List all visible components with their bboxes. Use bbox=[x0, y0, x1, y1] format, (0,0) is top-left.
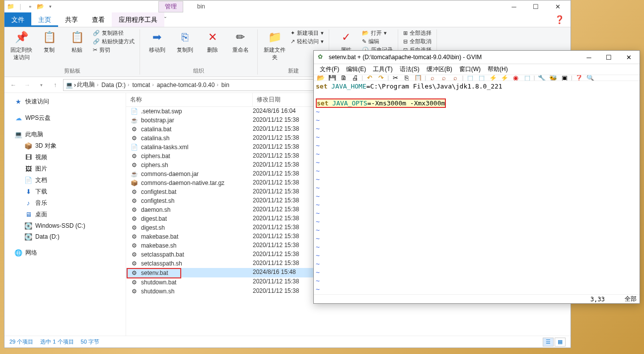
help-icon[interactable]: ❓ bbox=[555, 12, 565, 27]
crumb[interactable]: apache-tomcat-9.0.40› bbox=[157, 82, 220, 88]
ribbon-collapse-icon[interactable]: ˇ bbox=[164, 12, 166, 27]
rename-button[interactable]: ✏重命名 bbox=[228, 29, 252, 54]
menu-buffers[interactable]: 缓冲区(B) bbox=[424, 64, 455, 75]
minimize-button[interactable]: ─ bbox=[503, 0, 525, 12]
crumb[interactable]: 此电脑› bbox=[77, 81, 100, 89]
copypath-button[interactable]: 🔗复制路径 bbox=[93, 29, 135, 37]
qat-folder-icon[interactable]: 📂 bbox=[36, 2, 44, 10]
saveall-icon[interactable]: 🗎 bbox=[339, 75, 349, 81]
nav-dl[interactable]: ⬇下载 bbox=[4, 186, 126, 197]
qat-props-icon[interactable]: ▫ bbox=[26, 2, 34, 10]
tab-home[interactable]: 主页 bbox=[31, 12, 58, 27]
delete-button[interactable]: ✕删除 bbox=[201, 29, 224, 54]
selectall-button[interactable]: ⊞全部选择 bbox=[403, 29, 431, 37]
selectnone-button[interactable]: ⊟全部取消 bbox=[403, 38, 431, 45]
crumb[interactable]: tomcat› bbox=[132, 82, 155, 88]
nav-d[interactable]: 💽Data (D:) bbox=[4, 231, 126, 242]
findprev-icon[interactable]: ⌕ bbox=[450, 75, 460, 81]
session-icon[interactable]: ⬚ bbox=[465, 75, 475, 81]
open-button[interactable]: 📂打开 ▾ bbox=[362, 29, 393, 37]
open-icon[interactable]: 📂 bbox=[316, 75, 326, 81]
newitem-button[interactable]: ✦新建项目 ▾ bbox=[290, 29, 324, 37]
file-tab[interactable]: 文件 bbox=[4, 12, 31, 27]
nav-pc[interactable]: 💻此电脑 bbox=[4, 129, 126, 140]
file-icon: ⚙ bbox=[130, 233, 138, 241]
easyaccess-button[interactable]: ↗轻松访问 ▾ bbox=[290, 38, 324, 45]
edit-button[interactable]: ✎编辑 bbox=[362, 38, 393, 45]
menu-help[interactable]: 帮助(H) bbox=[485, 64, 511, 75]
up-button[interactable]: ↑ bbox=[49, 79, 61, 91]
redo-icon[interactable]: ↷ bbox=[376, 75, 386, 81]
menu-tools[interactable]: 工具(T) bbox=[370, 64, 395, 75]
save-icon[interactable]: 💾 bbox=[327, 75, 337, 81]
tab-share[interactable]: 共享 bbox=[58, 12, 85, 27]
col-name[interactable]: 名称 bbox=[126, 93, 253, 106]
maximize-button[interactable]: ☐ bbox=[525, 0, 547, 12]
diff-icon[interactable]: ▣ bbox=[560, 75, 570, 81]
nav-3d[interactable]: 📦3D 对象 bbox=[4, 140, 126, 152]
shell-icon[interactable]: ◉ bbox=[511, 75, 521, 81]
file-icon: ⚙ bbox=[130, 287, 138, 295]
nav-desktop[interactable]: 🖥桌面 bbox=[4, 209, 126, 220]
file-date: 2020/11/12 15:38 bbox=[253, 206, 320, 214]
pc-icon: 💻 bbox=[66, 82, 73, 88]
search-icon[interactable]: 🔍 bbox=[585, 75, 595, 81]
context-tab[interactable]: 管理 bbox=[158, 1, 183, 12]
nav-net[interactable]: 🌐网络 bbox=[4, 247, 126, 259]
help2-icon[interactable]: ❓ bbox=[574, 75, 584, 81]
nav-music[interactable]: ♪音乐 bbox=[4, 197, 126, 209]
tab-apptools[interactable]: 应用程序工具 bbox=[112, 12, 164, 27]
menu-window[interactable]: 窗口(W) bbox=[456, 64, 484, 75]
col-date[interactable]: 修改日期 bbox=[253, 93, 320, 106]
copy-button[interactable]: 📋复制 bbox=[37, 29, 61, 54]
gvim-editor[interactable]: set JAVA_HOME=C:\Program Files\Java\jdk1… bbox=[314, 81, 640, 294]
nav-quick[interactable]: ★快速访问 bbox=[4, 96, 126, 107]
paste-button[interactable]: 📋粘贴 bbox=[65, 29, 89, 54]
bee-icon[interactable]: 🐝 bbox=[548, 75, 558, 81]
newfolder-button[interactable]: 📁新建文件夹 bbox=[263, 29, 286, 61]
gvim-close-button[interactable]: ✕ bbox=[619, 51, 639, 64]
back-button[interactable]: ← bbox=[7, 79, 19, 91]
replace-icon[interactable]: ⌕ bbox=[428, 75, 437, 81]
icons-view-button[interactable]: ▦ bbox=[555, 338, 566, 347]
qat-dropdown-icon[interactable]: ▾ bbox=[46, 2, 54, 10]
copyto-button[interactable]: ⎘复制到 bbox=[173, 29, 197, 54]
cut-icon[interactable]: ✂ bbox=[390, 75, 400, 81]
script-icon[interactable]: ⚡ bbox=[488, 75, 498, 81]
paste-icon[interactable]: 📋 bbox=[413, 75, 423, 81]
moveto-button[interactable]: ➡移动到 bbox=[145, 29, 169, 54]
menu-syntax[interactable]: 语法(S) bbox=[397, 64, 423, 75]
cut-button[interactable]: ✂剪切 bbox=[93, 46, 135, 54]
ctags-icon[interactable]: ⬚ bbox=[522, 75, 532, 81]
forward-button[interactable]: → bbox=[21, 79, 33, 91]
print-icon[interactable]: 🖨 bbox=[350, 75, 360, 81]
tagjump-icon[interactable]: 🔧 bbox=[537, 75, 547, 81]
pin-button[interactable]: 📌固定到快速访问 bbox=[9, 29, 33, 61]
nav-wps[interactable]: ☁WPS云盘 bbox=[4, 112, 126, 124]
tilde: ~ bbox=[316, 116, 638, 124]
file-name: catalina.sh bbox=[141, 135, 169, 142]
undo-icon[interactable]: ↶ bbox=[364, 75, 374, 81]
details-view-button[interactable]: ☰ bbox=[543, 338, 554, 347]
menu-edit[interactable]: 编辑(E) bbox=[343, 64, 369, 75]
file-icon: 📄 bbox=[130, 107, 138, 115]
loadsess-icon[interactable]: ⬚ bbox=[477, 75, 487, 81]
close-button[interactable]: ✕ bbox=[547, 0, 569, 12]
copy-icon[interactable]: ⎘ bbox=[402, 75, 412, 81]
pasteshort-button[interactable]: 🔗粘贴快捷方式 bbox=[93, 38, 135, 45]
nav-pic[interactable]: 🖼图片 bbox=[4, 163, 126, 175]
menu-file[interactable]: 文件(F) bbox=[317, 64, 342, 75]
recent-button[interactable]: ▾ bbox=[35, 79, 47, 91]
make-icon[interactable]: ⚡ bbox=[500, 75, 509, 81]
nav-c[interactable]: 💽Windows-SSD (C:) bbox=[4, 220, 126, 231]
crumb[interactable]: Data (D:)› bbox=[101, 82, 131, 88]
gvim-maximize-button[interactable]: ☐ bbox=[599, 51, 619, 64]
crumb[interactable]: bin bbox=[221, 82, 229, 88]
nav-doc[interactable]: 📄文档 bbox=[4, 175, 126, 186]
file-name: setclasspath.sh bbox=[141, 260, 182, 267]
findnext-icon[interactable]: ⌕ bbox=[439, 75, 449, 81]
gvim-minimize-button[interactable]: ─ bbox=[579, 51, 599, 64]
tilde: ~ bbox=[316, 209, 638, 217]
tab-view[interactable]: 查看 bbox=[85, 12, 112, 27]
nav-video[interactable]: 🎞视频 bbox=[4, 152, 126, 163]
